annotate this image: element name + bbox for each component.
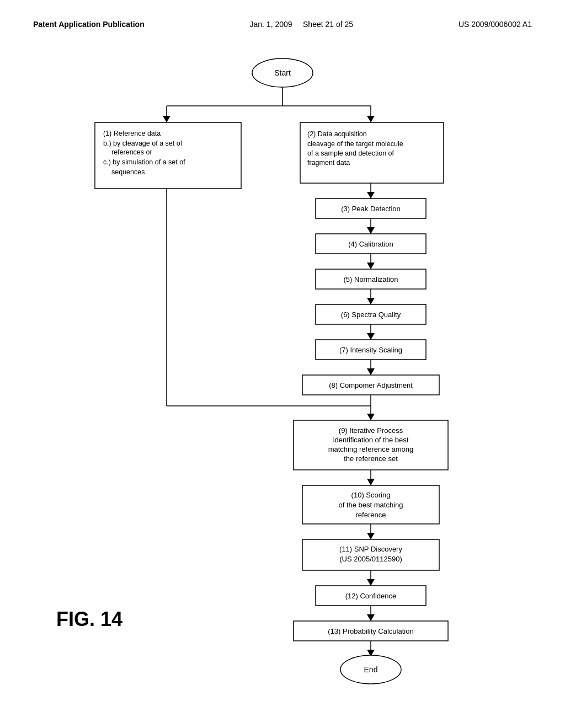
sheet-label: Sheet 21 of 25: [303, 20, 353, 29]
svg-marker-6: [367, 116, 375, 122]
svg-marker-17: [367, 192, 375, 199]
svg-marker-38: [367, 414, 375, 420]
svg-marker-20: [367, 227, 375, 234]
node11-text: (11) SNP Discovery: [339, 545, 402, 553]
node6-text: (6) Spectra Quality: [341, 311, 401, 319]
header-center: Jan. 1, 2009 Sheet 21 of 25: [250, 20, 354, 29]
svg-marker-4: [163, 116, 170, 122]
svg-text:reference: reference: [356, 511, 386, 519]
svg-text:fragment data: fragment data: [307, 159, 350, 167]
node4-text: (4) Calibration: [348, 240, 393, 248]
node8-text: (8) Compomer Adjustment: [329, 381, 413, 389]
svg-marker-53: [367, 579, 375, 586]
publication-label: Patent Application Publication: [33, 20, 145, 29]
end-label: End: [364, 665, 378, 674]
node9-text: (9) Iterative Process: [339, 426, 403, 435]
svg-text:identification of the best: identification of the best: [333, 436, 409, 444]
node1-text: (1) Reference data: [103, 130, 161, 137]
node10-text: (10) Scoring: [351, 491, 391, 499]
date-label: Jan. 1, 2009: [250, 20, 292, 29]
svg-text:references or: references or: [111, 148, 152, 156]
svg-text:matching reference among: matching reference among: [328, 445, 414, 453]
svg-marker-56: [367, 614, 375, 621]
header: Patent Application Publication Jan. 1, 2…: [0, 0, 565, 34]
svg-marker-29: [367, 333, 375, 340]
svg-marker-23: [367, 263, 375, 269]
svg-text:c.) by simulation of a set of: c.) by simulation of a set of: [103, 158, 185, 166]
fig-label: FIG. 14: [56, 608, 122, 631]
node2-text: (2) Data acquisition: [307, 130, 367, 138]
svg-text:the reference set: the reference set: [344, 454, 398, 463]
svg-text:sequences: sequences: [111, 168, 145, 176]
page: Patent Application Publication Jan. 1, 2…: [0, 0, 565, 728]
svg-marker-32: [367, 368, 375, 375]
svg-marker-26: [367, 298, 375, 304]
header-left: Patent Application Publication: [33, 20, 145, 29]
patent-number: US 2009/0006002 A1: [459, 20, 532, 29]
svg-text:b.) by cleavage of a set of: b.) by cleavage of a set of: [103, 140, 183, 147]
svg-text:of a sample and detection of: of a sample and detection of: [307, 149, 395, 157]
node13-text: (13) Probability Calculation: [328, 627, 413, 635]
svg-marker-44: [367, 479, 375, 485]
svg-text:cleavage of the target molecul: cleavage of the target molecule: [307, 140, 403, 148]
header-right: US 2009/0006002 A1: [459, 20, 532, 29]
start-label: Start: [274, 68, 291, 77]
svg-marker-49: [367, 533, 375, 539]
node3-text: (3) Peak Detection: [341, 205, 401, 213]
node5-text: (5) Normalization: [344, 275, 398, 283]
svg-text:(US 2005/0112590): (US 2005/0112590): [339, 555, 402, 563]
flowchart-svg: Start (1) Reference data b.) by cleavage…: [45, 45, 520, 685]
node7-text: (7) Intensity Scaling: [339, 346, 402, 354]
diagram-area: Start (1) Reference data b.) by cleavage…: [0, 34, 565, 686]
svg-text:of the best matching: of the best matching: [338, 501, 403, 509]
node12-text: (12) Confidence: [345, 592, 397, 600]
